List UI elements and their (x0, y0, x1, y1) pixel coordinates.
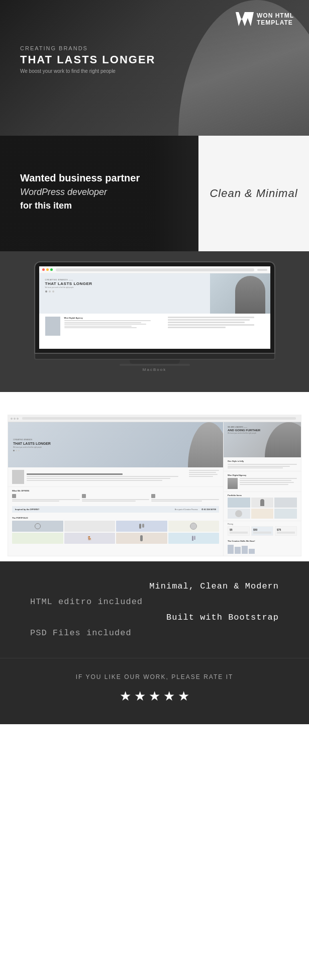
wanted-left: Wanted business partner WordPress develo… (0, 136, 198, 251)
offer-line-1a (12, 499, 80, 500)
hero-tagline-big: THAT LASTS LONGER (20, 53, 289, 66)
price-line-3a (277, 532, 295, 533)
hero-creating-brands: CREATING BRANDS (20, 45, 289, 51)
wanted-line1: Wanted business partner (20, 172, 178, 184)
browser-dot-2 (14, 418, 16, 420)
feature-item-3: Built with Bootstrap (30, 613, 279, 622)
right-pricing-label: Pricing (228, 523, 297, 525)
feature-item-1: Minimal, Clean & Modern (30, 581, 279, 591)
left-hero: CREATING BRANDS THAT LASTS LONGER We boo… (8, 422, 223, 467)
laptop-agency-image (45, 317, 60, 336)
price-line-1a (230, 532, 248, 533)
features-section: Minimal, Clean & Modern HTML editro incl… (0, 561, 309, 658)
left-offers: What We OFFERS (8, 487, 223, 504)
offer-line-2a (82, 499, 150, 500)
right-portfolio-grid (228, 498, 297, 519)
skills-bars (228, 544, 297, 554)
clean-minimal-label: Clean & Minimal (210, 187, 297, 200)
logo-icon (236, 10, 254, 28)
left-hero-title: THAT LASTS LONGER (13, 442, 183, 445)
offer-line-1b (12, 501, 59, 502)
agency-title-line (27, 473, 123, 475)
right-section-one-style: One Style is fully (224, 457, 301, 471)
hero-tagline-sub: We boost your work to find the right peo… (20, 68, 289, 74)
skill-bar-2 (235, 547, 241, 554)
wanted-line2: WordPress developer (20, 187, 178, 198)
left-cta-banner: Inspired by the OFFERS? Be a part of Cre… (12, 506, 219, 513)
laptop-brand-sub: We boost your work to find the right peo… (45, 286, 92, 288)
skills-title: The Creative Skills We Have! (228, 540, 297, 542)
laptop-hero-text: CREATING BRANDS —— THAT LASTS LONGER We … (39, 273, 98, 314)
laptop-screen-area: CREATING BRANDS —— THAT LASTS LONGER We … (34, 261, 275, 354)
portfolio-item-2 (64, 521, 116, 532)
right-line-2 (228, 466, 290, 467)
wide-preview-bar (8, 415, 301, 422)
rp-portfolio-2 (251, 498, 274, 508)
offer-icon-1 (12, 494, 16, 498)
portfolio-item-4 (168, 521, 220, 532)
rating-section: IF YOU LIKE OUR WORK, PLEASE RATE IT ★ ★… (0, 658, 309, 724)
rp-portfolio-1 (228, 498, 250, 508)
laptop-container: CREATING BRANDS —— THAT LASTS LONGER We … (34, 261, 275, 372)
laptop-agency-lines (64, 320, 161, 328)
right-portfolio-title: Portfolio Items (228, 494, 297, 497)
offer-line-3a (151, 499, 219, 500)
right-agency-row (228, 478, 297, 489)
portfolio-item-7 (116, 533, 167, 544)
star-1: ★ (120, 689, 131, 704)
laptop-hero: CREATING BRANDS —— THAT LASTS LONGER We … (39, 273, 270, 314)
agency-text-line-3 (27, 480, 162, 481)
laptop-agency-title: Won Digital Agency (64, 317, 161, 319)
left-preview-content: CREATING BRANDS THAT LASTS LONGER We boo… (8, 422, 223, 556)
price-value-3: $75 (277, 528, 295, 531)
rp-portfolio-4 (228, 509, 250, 519)
left-agency-extra (189, 470, 219, 484)
right-line-3 (228, 467, 283, 468)
left-agency (8, 467, 223, 487)
left-hero-person (188, 422, 223, 467)
laptop-agency-text: Won Digital Agency (64, 317, 161, 336)
right-preview-content: WE ARE LEADERS —— AND GOING FURTHER We b… (223, 422, 301, 556)
wide-preview-content: CREATING BRANDS THAT LASTS LONGER We boo… (8, 422, 301, 556)
right-pricing-section: Pricing $5 $50 $75 (224, 521, 301, 538)
price-card-2: $50 (251, 526, 273, 536)
right-skills-section: The Creative Skills We Have! (224, 538, 301, 556)
laptop-agency-extra (165, 317, 264, 336)
portfolio-item-5 (12, 533, 63, 544)
laptop-section: CREATING BRANDS —— THAT LASTS LONGER We … (0, 251, 309, 392)
left-agency-image (12, 470, 24, 484)
right-agency-lines (240, 478, 297, 485)
price-line-3b (277, 533, 295, 534)
browser-dot-3 (17, 418, 19, 420)
portfolio-item-6: 🪑 (64, 533, 116, 544)
laptop-hero-image (210, 273, 270, 314)
price-line-2a (253, 532, 271, 533)
feature-item-2: HTML editro included (30, 597, 279, 607)
offer-icon-3 (151, 494, 155, 498)
offer-items (12, 494, 219, 502)
offer-icon-2 (82, 494, 86, 498)
star-5: ★ (178, 689, 189, 704)
wanted-line3: for this item (20, 201, 178, 211)
rp-line-2 (240, 480, 291, 481)
offers-title: What We OFFERS (12, 489, 219, 492)
price-card-1: $5 (228, 526, 250, 536)
price-card-3: $75 (275, 526, 297, 536)
right-pricing-row: $5 $50 $75 (228, 526, 297, 536)
agency-text-line-1 (27, 476, 178, 477)
rp-line-1 (240, 478, 297, 479)
star-4: ★ (163, 689, 175, 704)
price-value-1: $5 (230, 528, 248, 531)
portfolio-title: The PORTFOLIO (12, 517, 219, 519)
offer-line-2b (82, 501, 136, 502)
macbook-label: MacBook (34, 367, 275, 372)
left-hero-sub: We boost your work to find the right peo… (13, 446, 183, 448)
right-agency-title: Won Digital Agency (228, 474, 297, 476)
right-section-title: One Style is fully (228, 460, 297, 462)
price-value-2: $50 (253, 528, 271, 531)
right-hero: WE ARE LEADERS —— AND GOING FURTHER We b… (224, 422, 301, 457)
laptop-stand (130, 360, 180, 364)
wanted-text: Wanted business partner WordPress develo… (20, 172, 178, 211)
laptop-screen-content: CREATING BRANDS —— THAT LASTS LONGER We … (39, 266, 270, 349)
price-line-1b (230, 533, 248, 534)
